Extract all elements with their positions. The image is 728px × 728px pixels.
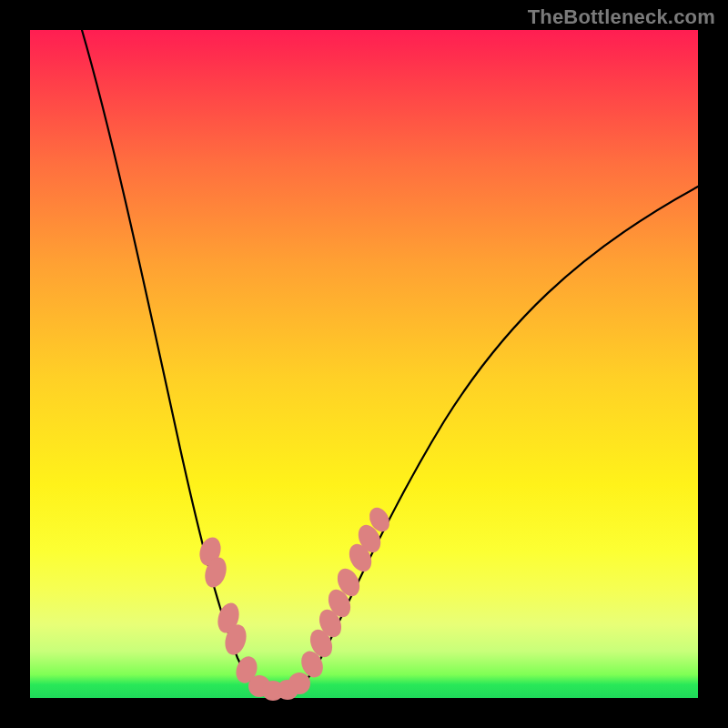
marker-group [197, 504, 394, 701]
chart-frame: TheBottleneck.com [0, 0, 728, 728]
curve-left [82, 30, 268, 695]
attribution-text: TheBottleneck.com [528, 5, 715, 29]
marker-dot [288, 672, 310, 694]
curve-right [292, 187, 698, 694]
chart-svg [30, 30, 698, 698]
